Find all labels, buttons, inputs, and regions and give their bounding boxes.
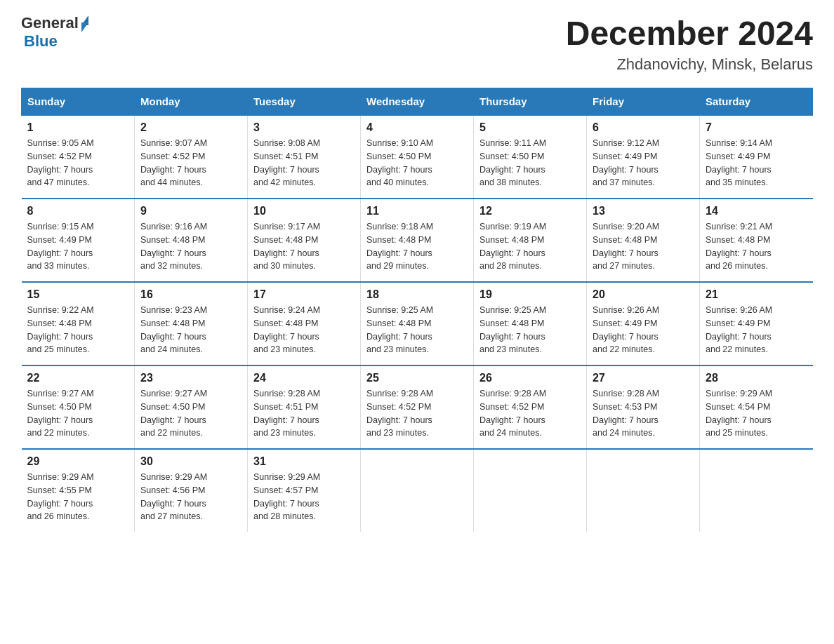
day-number: 22 bbox=[27, 372, 129, 384]
day-number: 29 bbox=[27, 455, 129, 468]
calendar-cell: 11Sunrise: 9:18 AM Sunset: 4:48 PM Dayli… bbox=[361, 199, 474, 282]
day-number: 2 bbox=[140, 121, 241, 134]
day-info: Sunrise: 9:16 AM Sunset: 4:48 PM Dayligh… bbox=[140, 220, 241, 273]
week-row-3: 15Sunrise: 9:22 AM Sunset: 4:48 PM Dayli… bbox=[22, 282, 813, 365]
calendar-cell: 6Sunrise: 9:12 AM Sunset: 4:49 PM Daylig… bbox=[587, 115, 700, 199]
calendar-cell: 19Sunrise: 9:25 AM Sunset: 4:48 PM Dayli… bbox=[474, 282, 587, 365]
calendar-cell: 18Sunrise: 9:25 AM Sunset: 4:48 PM Dayli… bbox=[361, 282, 474, 365]
header-sunday: Sunday bbox=[22, 88, 135, 116]
day-info: Sunrise: 9:28 AM Sunset: 4:53 PM Dayligh… bbox=[593, 387, 694, 440]
day-info: Sunrise: 9:10 AM Sunset: 4:50 PM Dayligh… bbox=[366, 137, 468, 189]
day-info: Sunrise: 9:19 AM Sunset: 4:48 PM Dayligh… bbox=[479, 220, 581, 273]
day-number: 30 bbox=[140, 455, 241, 468]
header-monday: Monday bbox=[135, 88, 248, 116]
day-number: 26 bbox=[479, 372, 581, 384]
calendar-cell: 2Sunrise: 9:07 AM Sunset: 4:52 PM Daylig… bbox=[135, 115, 248, 199]
day-number: 1 bbox=[27, 121, 129, 134]
day-number: 27 bbox=[593, 372, 694, 384]
day-info: Sunrise: 9:15 AM Sunset: 4:49 PM Dayligh… bbox=[27, 220, 129, 273]
header-saturday: Saturday bbox=[700, 88, 813, 116]
header-tuesday: Tuesday bbox=[248, 88, 361, 116]
logo: General Blue bbox=[21, 14, 88, 51]
day-number: 11 bbox=[366, 205, 468, 217]
calendar-cell bbox=[587, 449, 700, 532]
day-number: 17 bbox=[253, 288, 355, 301]
calendar-cell: 10Sunrise: 9:17 AM Sunset: 4:48 PM Dayli… bbox=[248, 199, 361, 282]
day-info: Sunrise: 9:27 AM Sunset: 4:50 PM Dayligh… bbox=[27, 387, 129, 440]
week-row-5: 29Sunrise: 9:29 AM Sunset: 4:55 PM Dayli… bbox=[22, 449, 813, 532]
day-number: 9 bbox=[140, 205, 241, 217]
day-number: 4 bbox=[366, 121, 468, 134]
calendar-cell: 9Sunrise: 9:16 AM Sunset: 4:48 PM Daylig… bbox=[135, 199, 248, 282]
location-subtitle: Zhdanovichy, Minsk, Belarus bbox=[566, 55, 813, 74]
calendar-cell: 13Sunrise: 9:20 AM Sunset: 4:48 PM Dayli… bbox=[587, 199, 700, 282]
day-info: Sunrise: 9:29 AM Sunset: 4:56 PM Dayligh… bbox=[140, 471, 241, 523]
day-number: 19 bbox=[479, 288, 581, 301]
day-number: 20 bbox=[593, 288, 694, 301]
calendar-cell: 23Sunrise: 9:27 AM Sunset: 4:50 PM Dayli… bbox=[135, 365, 248, 449]
calendar-cell bbox=[700, 449, 813, 532]
day-info: Sunrise: 9:24 AM Sunset: 4:48 PM Dayligh… bbox=[253, 304, 355, 356]
calendar-cell: 5Sunrise: 9:11 AM Sunset: 4:50 PM Daylig… bbox=[474, 115, 587, 199]
page-header: General Blue December 2024 Zhdanovichy, … bbox=[21, 14, 813, 74]
day-info: Sunrise: 9:08 AM Sunset: 4:51 PM Dayligh… bbox=[253, 137, 355, 189]
calendar-cell: 30Sunrise: 9:29 AM Sunset: 4:56 PM Dayli… bbox=[135, 449, 248, 532]
day-number: 28 bbox=[706, 372, 807, 384]
day-info: Sunrise: 9:23 AM Sunset: 4:48 PM Dayligh… bbox=[140, 304, 241, 356]
calendar-cell bbox=[361, 449, 474, 532]
day-info: Sunrise: 9:07 AM Sunset: 4:52 PM Dayligh… bbox=[140, 137, 241, 189]
logo-general-text: General bbox=[21, 14, 79, 32]
calendar-cell: 27Sunrise: 9:28 AM Sunset: 4:53 PM Dayli… bbox=[587, 365, 700, 449]
day-info: Sunrise: 9:20 AM Sunset: 4:48 PM Dayligh… bbox=[593, 220, 694, 273]
title-area: December 2024 Zhdanovichy, Minsk, Belaru… bbox=[566, 14, 813, 74]
day-info: Sunrise: 9:18 AM Sunset: 4:48 PM Dayligh… bbox=[366, 220, 468, 273]
day-number: 3 bbox=[253, 121, 355, 134]
day-info: Sunrise: 9:05 AM Sunset: 4:52 PM Dayligh… bbox=[27, 137, 129, 189]
calendar-cell: 4Sunrise: 9:10 AM Sunset: 4:50 PM Daylig… bbox=[361, 115, 474, 199]
day-info: Sunrise: 9:29 AM Sunset: 4:57 PM Dayligh… bbox=[253, 471, 355, 523]
calendar-cell: 29Sunrise: 9:29 AM Sunset: 4:55 PM Dayli… bbox=[22, 449, 135, 532]
day-info: Sunrise: 9:26 AM Sunset: 4:49 PM Dayligh… bbox=[593, 304, 694, 356]
calendar-cell: 15Sunrise: 9:22 AM Sunset: 4:48 PM Dayli… bbox=[22, 282, 135, 365]
day-number: 25 bbox=[366, 372, 468, 384]
day-number: 14 bbox=[706, 205, 807, 217]
header-friday: Friday bbox=[587, 88, 700, 116]
calendar-cell: 31Sunrise: 9:29 AM Sunset: 4:57 PM Dayli… bbox=[248, 449, 361, 532]
calendar-cell: 7Sunrise: 9:14 AM Sunset: 4:49 PM Daylig… bbox=[700, 115, 813, 199]
calendar-cell: 17Sunrise: 9:24 AM Sunset: 4:48 PM Dayli… bbox=[248, 282, 361, 365]
day-number: 10 bbox=[253, 205, 355, 217]
header-wednesday: Wednesday bbox=[361, 88, 474, 116]
calendar-cell: 12Sunrise: 9:19 AM Sunset: 4:48 PM Dayli… bbox=[474, 199, 587, 282]
logo-blue-text: Blue bbox=[24, 32, 58, 51]
calendar-cell: 21Sunrise: 9:26 AM Sunset: 4:49 PM Dayli… bbox=[700, 282, 813, 365]
calendar-cell: 26Sunrise: 9:28 AM Sunset: 4:52 PM Dayli… bbox=[474, 365, 587, 449]
day-info: Sunrise: 9:12 AM Sunset: 4:49 PM Dayligh… bbox=[593, 137, 694, 189]
day-info: Sunrise: 9:29 AM Sunset: 4:55 PM Dayligh… bbox=[27, 471, 129, 523]
day-number: 18 bbox=[366, 288, 468, 301]
day-info: Sunrise: 9:17 AM Sunset: 4:48 PM Dayligh… bbox=[253, 220, 355, 273]
day-info: Sunrise: 9:22 AM Sunset: 4:48 PM Dayligh… bbox=[27, 304, 129, 356]
day-number: 31 bbox=[253, 455, 355, 468]
week-row-1: 1Sunrise: 9:05 AM Sunset: 4:52 PM Daylig… bbox=[22, 115, 813, 199]
day-info: Sunrise: 9:25 AM Sunset: 4:48 PM Dayligh… bbox=[479, 304, 581, 356]
day-number: 21 bbox=[706, 288, 807, 301]
calendar-cell: 28Sunrise: 9:29 AM Sunset: 4:54 PM Dayli… bbox=[700, 365, 813, 449]
calendar-cell: 1Sunrise: 9:05 AM Sunset: 4:52 PM Daylig… bbox=[22, 115, 135, 199]
day-number: 23 bbox=[140, 372, 241, 384]
day-number: 7 bbox=[706, 121, 807, 134]
day-info: Sunrise: 9:28 AM Sunset: 4:52 PM Dayligh… bbox=[479, 387, 581, 440]
calendar-cell: 25Sunrise: 9:28 AM Sunset: 4:52 PM Dayli… bbox=[361, 365, 474, 449]
day-number: 5 bbox=[479, 121, 581, 134]
day-info: Sunrise: 9:11 AM Sunset: 4:50 PM Dayligh… bbox=[479, 137, 581, 189]
day-number: 24 bbox=[253, 372, 355, 384]
week-row-2: 8Sunrise: 9:15 AM Sunset: 4:49 PM Daylig… bbox=[22, 199, 813, 282]
day-info: Sunrise: 9:28 AM Sunset: 4:52 PM Dayligh… bbox=[366, 387, 468, 440]
calendar-cell: 14Sunrise: 9:21 AM Sunset: 4:48 PM Dayli… bbox=[700, 199, 813, 282]
day-info: Sunrise: 9:25 AM Sunset: 4:48 PM Dayligh… bbox=[366, 304, 468, 356]
header-thursday: Thursday bbox=[474, 88, 587, 116]
calendar-table: SundayMondayTuesdayWednesdayThursdayFrid… bbox=[21, 88, 813, 532]
calendar-cell bbox=[474, 449, 587, 532]
day-info: Sunrise: 9:26 AM Sunset: 4:49 PM Dayligh… bbox=[706, 304, 807, 356]
day-info: Sunrise: 9:27 AM Sunset: 4:50 PM Dayligh… bbox=[140, 387, 241, 440]
day-number: 16 bbox=[140, 288, 241, 301]
